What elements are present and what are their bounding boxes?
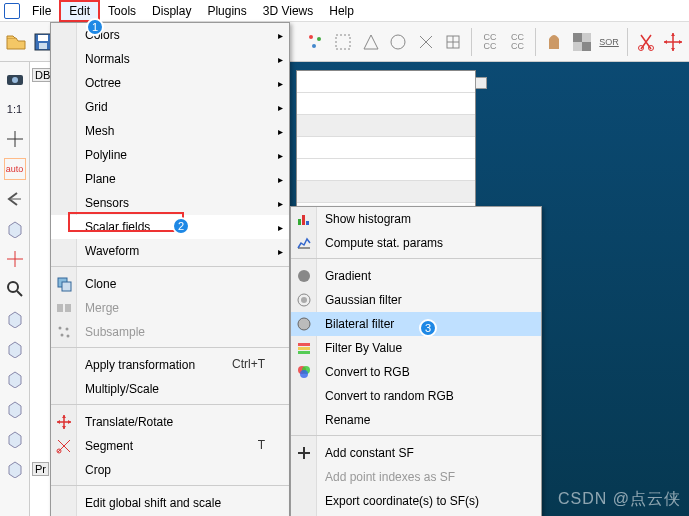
- cc2-icon[interactable]: CCCC: [506, 30, 530, 54]
- cc-icon[interactable]: CCCC: [478, 30, 502, 54]
- stats-icon: [296, 235, 312, 251]
- svg-point-7: [391, 35, 405, 49]
- svg-rect-27: [302, 215, 305, 225]
- edit-menu-subsample: Subsample: [51, 320, 289, 344]
- menu-label: Normals: [85, 52, 130, 66]
- properties-tab[interactable]: Pr: [32, 462, 49, 476]
- left-toolbar: 1:1 auto: [0, 62, 30, 516]
- menu-label: Subsample: [85, 325, 145, 339]
- sf-menu-rename[interactable]: Rename: [291, 408, 541, 432]
- ratio-icon[interactable]: 1:1: [4, 98, 26, 120]
- cube3-icon[interactable]: [4, 338, 26, 360]
- move3d-icon[interactable]: [661, 30, 685, 54]
- edit-menu-edit-global-shift-and-scale[interactable]: Edit global shift and scale: [51, 491, 289, 515]
- svg-rect-2: [39, 43, 47, 49]
- svg-rect-26: [298, 219, 301, 225]
- tool1-icon[interactable]: [332, 30, 356, 54]
- cube2-icon[interactable]: [4, 308, 26, 330]
- bilateral-icon: [296, 316, 312, 332]
- zoom-icon[interactable]: [4, 278, 26, 300]
- menu-3dviews[interactable]: 3D Views: [255, 2, 321, 20]
- sor-icon[interactable]: SOR: [597, 30, 621, 54]
- edit-menu-translate-rotate[interactable]: Translate/Rotate: [51, 410, 289, 434]
- merge-icon: [56, 300, 72, 316]
- cube4-icon[interactable]: [4, 368, 26, 390]
- svg-point-15: [12, 77, 18, 83]
- submenu-arrow-icon: ▸: [278, 30, 283, 41]
- menu-tools[interactable]: Tools: [100, 2, 144, 20]
- menu-label: Add point indexes as SF: [325, 470, 455, 484]
- tool4-icon[interactable]: [414, 30, 438, 54]
- edit-menu-segment[interactable]: SegmentT: [51, 434, 289, 458]
- sf-menu-compute-stat-params[interactable]: Compute stat. params: [291, 231, 541, 255]
- sf-menu-gradient[interactable]: Gradient: [291, 264, 541, 288]
- arrows-icon[interactable]: [4, 248, 26, 270]
- cross-icon[interactable]: [4, 128, 26, 150]
- edit-menu: Colors▸Normals▸Octree▸Grid▸Mesh▸Polyline…: [50, 22, 290, 516]
- edit-menu-waveform[interactable]: Waveform▸: [51, 239, 289, 263]
- menu-label: Scalar fields: [85, 220, 150, 234]
- menu-label: Edit global shift and scale: [85, 496, 221, 510]
- back-icon[interactable]: [4, 188, 26, 210]
- open-icon[interactable]: [4, 30, 28, 54]
- sf-menu-show-histogram[interactable]: Show histogram: [291, 207, 541, 231]
- menu-label: Clone: [85, 277, 116, 291]
- svg-point-4: [317, 37, 321, 41]
- edit-menu-multiply-scale[interactable]: Multiply/Scale: [51, 377, 289, 401]
- menu-label: Merge: [85, 301, 119, 315]
- menu-file[interactable]: File: [24, 2, 59, 20]
- sf-menu-add-constant-sf[interactable]: Add constant SF: [291, 441, 541, 465]
- edit-menu-scalar-fields[interactable]: Scalar fields▸: [51, 215, 289, 239]
- sf-menu-bilateral-filter[interactable]: Bilateral filter: [291, 312, 541, 336]
- cube7-icon[interactable]: [4, 458, 26, 480]
- edit-menu-polyline[interactable]: Polyline▸: [51, 143, 289, 167]
- menu-label: Export coordinate(s) to SF(s): [325, 494, 479, 508]
- bag-icon[interactable]: [542, 30, 566, 54]
- sf-menu-gaussian-filter[interactable]: Gaussian filter: [291, 288, 541, 312]
- tool2-icon[interactable]: [359, 30, 383, 54]
- menu-plugins[interactable]: Plugins: [199, 2, 254, 20]
- rgb-icon: [296, 364, 312, 380]
- edit-menu-grid[interactable]: Grid▸: [51, 95, 289, 119]
- edit-menu-crop[interactable]: Crop: [51, 458, 289, 482]
- edit-menu-plane[interactable]: Plane▸: [51, 167, 289, 191]
- gradient-icon: [296, 268, 312, 284]
- edit-menu-normals[interactable]: Normals▸: [51, 47, 289, 71]
- camera-icon[interactable]: [4, 68, 26, 90]
- menu-label: Mesh: [85, 124, 114, 138]
- cut-icon[interactable]: [634, 30, 658, 54]
- sf-menu-convert-to-rgb[interactable]: Convert to RGB: [291, 360, 541, 384]
- checker-icon[interactable]: [570, 30, 594, 54]
- cube1-icon[interactable]: [4, 218, 26, 240]
- edit-menu-clone[interactable]: Clone: [51, 272, 289, 296]
- sf-menu-export-coordinate-s-to-sf-s-[interactable]: Export coordinate(s) to SF(s): [291, 489, 541, 513]
- auto-icon[interactable]: auto: [4, 158, 26, 180]
- menu-help[interactable]: Help: [321, 2, 362, 20]
- submenu-arrow-icon: ▸: [278, 78, 283, 89]
- edit-menu-mesh[interactable]: Mesh▸: [51, 119, 289, 143]
- edit-menu-sensors[interactable]: Sensors▸: [51, 191, 289, 215]
- edit-menu-octree[interactable]: Octree▸: [51, 71, 289, 95]
- sf-menu-filter-by-value[interactable]: Filter By Value: [291, 336, 541, 360]
- edit-menu-apply-transformation[interactable]: Apply transformationCtrl+T: [51, 353, 289, 377]
- menu-label: Translate/Rotate: [85, 415, 173, 429]
- svg-point-29: [298, 270, 310, 282]
- cube5-icon[interactable]: [4, 398, 26, 420]
- subsample-icon: [56, 324, 72, 340]
- cube6-icon[interactable]: [4, 428, 26, 450]
- menu-label: Compute stat. params: [325, 236, 443, 250]
- svg-rect-34: [298, 343, 310, 346]
- sf-menu-convert-to-random-rgb[interactable]: Convert to random RGB: [291, 384, 541, 408]
- menu-label: Multiply/Scale: [85, 382, 159, 396]
- tool3-icon[interactable]: [387, 30, 411, 54]
- tool5-icon[interactable]: [442, 30, 466, 54]
- points-icon[interactable]: [304, 30, 328, 54]
- sf-menu-add-point-indexes-as-sf: Add point indexes as SF: [291, 465, 541, 489]
- svg-rect-28: [306, 221, 309, 225]
- menu-label: Filter By Value: [325, 341, 402, 355]
- filterval-icon: [296, 340, 312, 356]
- svg-point-23: [61, 334, 64, 337]
- menu-display[interactable]: Display: [144, 2, 199, 20]
- svg-rect-6: [336, 35, 350, 49]
- svg-point-21: [59, 327, 62, 330]
